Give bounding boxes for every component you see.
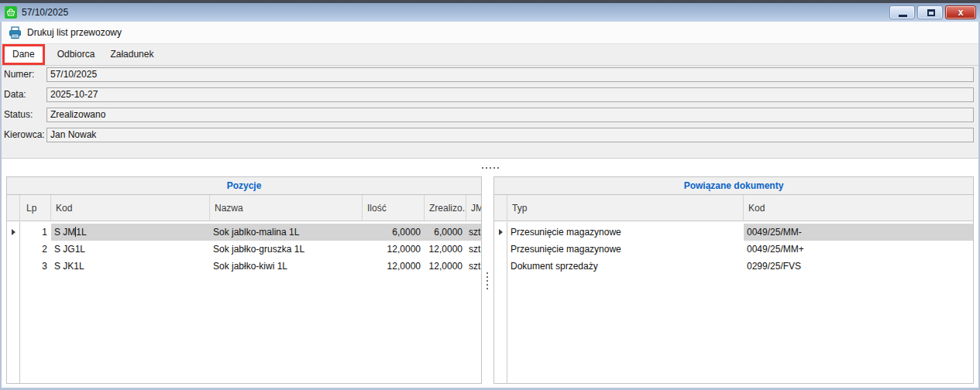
tab-strip: Dane Odbiorca Załadunek	[2, 44, 978, 66]
form-row-data: Data: 2025-10-27	[2, 87, 974, 102]
column-header-typ[interactable]: Typ	[507, 195, 744, 221]
horizontal-splitter[interactable]	[0, 159, 980, 176]
cell-lp[interactable]: 1	[20, 224, 51, 241]
row-indicator-strip	[494, 222, 507, 383]
cell-lp[interactable]: 3	[20, 258, 51, 275]
pozycje-panel: Pozycje Lp Kod Nazwa Ilość Zrealizo... J…	[6, 176, 482, 384]
cell-ilosc[interactable]: 12,0000	[363, 241, 425, 258]
column-header-kod[interactable]: Kod	[51, 195, 210, 221]
cell-zrealizowano[interactable]: 12,0000	[425, 258, 466, 275]
splitter-grip-icon	[0, 167, 980, 169]
row-indicator-strip	[7, 222, 20, 383]
cell-ilosc[interactable]: 6,0000	[363, 224, 425, 241]
minimize-icon	[899, 15, 907, 17]
cell-kod[interactable]: S JK1L	[51, 258, 210, 275]
status-label: Status:	[4, 109, 33, 120]
numer-label: Numer:	[4, 69, 34, 80]
cell-lp[interactable]: 2	[20, 241, 51, 258]
column-header-kod[interactable]: Kod	[744, 195, 973, 221]
kierowca-field[interactable]: Jan Nowak	[46, 128, 974, 142]
cell-zrealizowano[interactable]: 12,0000	[425, 241, 466, 258]
cell-kod[interactable]: S JG1L	[51, 241, 210, 258]
vertical-splitter[interactable]	[483, 176, 493, 384]
basket-icon	[5, 6, 17, 19]
text-caret	[75, 227, 76, 237]
column-header-nazwa[interactable]: Nazwa	[210, 195, 363, 221]
table-row[interactable]: Przesunięcie magazynowe0049/25/MM+	[494, 241, 973, 258]
minimize-button[interactable]	[889, 5, 915, 19]
print-waybill-button[interactable]: Drukuj list przewozowy	[4, 25, 126, 41]
kierowca-label: Kierowca:	[4, 129, 45, 140]
powiazane-header-row: Typ Kod	[494, 195, 973, 221]
title-bar[interactable]: 57/10/2025 x	[0, 3, 980, 22]
row-indicator-header	[7, 195, 20, 221]
column-header-zrealizowano[interactable]: Zrealizo...	[425, 195, 466, 221]
close-icon: x	[946, 7, 975, 18]
table-row[interactable]: Dokument sprzedaży0299/25/FVS	[494, 258, 973, 275]
close-button[interactable]: x	[945, 5, 976, 19]
data-label: Data:	[4, 89, 26, 100]
cell-kod[interactable]: 0049/25/MM+	[744, 241, 973, 258]
column-header-jm[interactable]: JM	[466, 195, 481, 221]
tab-odbiorca[interactable]: Odbiorca	[50, 45, 103, 64]
status-field[interactable]: Zrealizowano	[46, 108, 974, 122]
cell-kod[interactable]: 0049/25/MM-	[744, 224, 973, 241]
form-row-numer: Numer: 57/10/2025	[2, 67, 974, 82]
table-row[interactable]: 3S JK1LSok jabłko-kiwi 1L12,000012,0000s…	[7, 258, 481, 275]
printer-icon	[9, 26, 22, 39]
toolbar: Drukuj list przewozowy	[2, 22, 978, 44]
maximize-icon	[927, 9, 935, 16]
data-field[interactable]: 2025-10-27	[46, 87, 974, 102]
cell-kod[interactable]: S JM1L	[51, 224, 210, 241]
powiazane-panel-title: Powiązane dokumenty	[494, 177, 973, 195]
cell-zrealizowano[interactable]: 6,0000	[425, 224, 466, 241]
cell-jm[interactable]: szt	[466, 241, 481, 258]
cell-jm[interactable]: szt	[466, 258, 481, 275]
print-waybill-label: Drukuj list przewozowy	[27, 27, 122, 38]
application-window: 57/10/2025 x Drukuj list przewozowy Dane…	[0, 0, 980, 390]
window-controls: x	[889, 5, 976, 19]
tab-dane[interactable]: Dane	[2, 44, 45, 65]
powiazane-rows: Przesunięcie magazynowe0049/25/MM-Przesu…	[494, 224, 973, 275]
splitter-grip-icon	[487, 272, 488, 289]
column-header-lp[interactable]: Lp	[20, 195, 51, 221]
window-title: 57/10/2025	[22, 7, 68, 18]
maximize-button[interactable]	[917, 5, 943, 19]
numer-field[interactable]: 57/10/2025	[46, 67, 974, 82]
table-row[interactable]: Przesunięcie magazynowe0049/25/MM-	[494, 224, 973, 241]
tab-zaladunek[interactable]: Załadunek	[102, 45, 161, 64]
cell-nazwa[interactable]: Sok jablko-malina 1L	[210, 224, 363, 241]
cell-typ[interactable]: Dokument sprzedaży	[507, 258, 744, 275]
cell-typ[interactable]: Przesunięcie magazynowe	[507, 241, 744, 258]
cell-jm[interactable]: szt	[466, 224, 481, 241]
pozycje-rows: 1S JM1LSok jablko-malina 1L6,00006,0000s…	[7, 224, 481, 275]
row-indicator-header	[494, 195, 507, 221]
document-form: Numer: 57/10/2025 Data: 2025-10-27 Statu…	[2, 66, 978, 159]
table-row[interactable]: 1S JM1LSok jablko-malina 1L6,00006,0000s…	[7, 224, 481, 241]
form-row-kierowca: Kierowca: Jan Nowak	[2, 128, 974, 142]
table-row[interactable]: 2S JG1LSok jabłko-gruszka 1L12,000012,00…	[7, 241, 481, 258]
cell-nazwa[interactable]: Sok jabłko-gruszka 1L	[210, 241, 363, 258]
pozycje-header-row: Lp Kod Nazwa Ilość Zrealizo... JM	[7, 195, 481, 221]
cell-nazwa[interactable]: Sok jabłko-kiwi 1L	[210, 258, 363, 275]
cell-kod[interactable]: 0299/25/FVS	[744, 258, 973, 275]
pozycje-panel-title: Pozycje	[7, 177, 481, 195]
cell-ilosc[interactable]: 12,0000	[363, 258, 425, 275]
form-row-status: Status: Zrealizowano	[2, 108, 974, 122]
window-left-edge	[0, 22, 2, 390]
column-header-ilosc[interactable]: Ilość	[363, 195, 425, 221]
powiazane-dokumenty-panel: Powiązane dokumenty Typ Kod Przesunięcie…	[493, 176, 974, 384]
cell-typ[interactable]: Przesunięcie magazynowe	[507, 224, 744, 241]
